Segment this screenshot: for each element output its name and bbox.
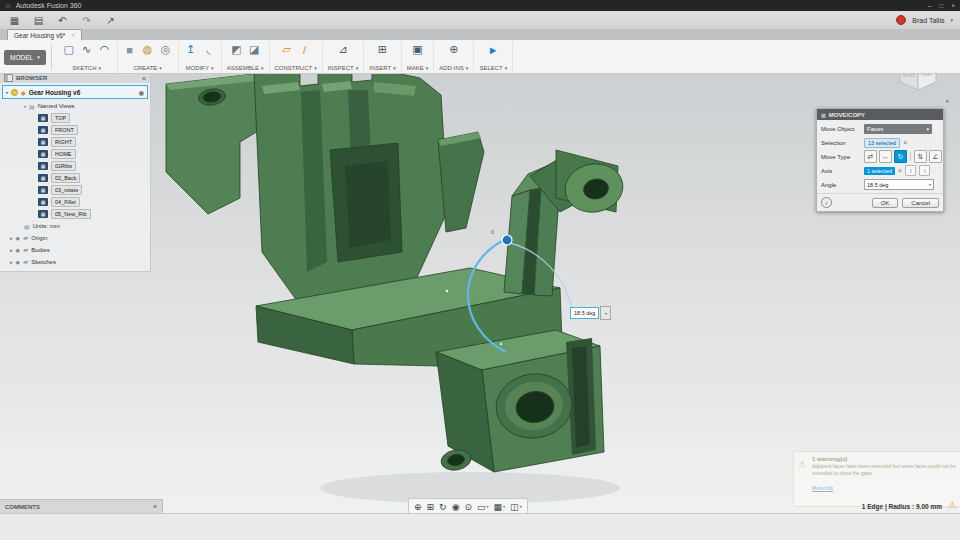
minimize-button[interactable]: –: [928, 2, 932, 9]
named-view-item[interactable]: ▦01Ribs: [0, 160, 150, 172]
save-button[interactable]: ▤: [31, 13, 46, 27]
user-menu-caret-icon[interactable]: ▾: [950, 17, 953, 23]
rotate-button[interactable]: ↻: [894, 150, 907, 163]
coil-button[interactable]: ◎: [159, 43, 173, 57]
select-button[interactable]: ►: [486, 43, 500, 57]
named-view-item[interactable]: ▦FRONT: [0, 124, 150, 136]
toolbar-group-label[interactable]: MODIFY▾: [186, 65, 214, 71]
angle-input[interactable]: 18.5 deg ▾: [864, 179, 934, 190]
grid-settings-button[interactable]: ▦▾: [492, 502, 508, 512]
dialog-title-bar[interactable]: ▦ MOVE/COPY: [817, 109, 943, 120]
box-button[interactable]: ■: [123, 43, 137, 57]
zoom-button[interactable]: ⊙: [463, 502, 475, 512]
insert-button[interactable]: ⊞: [375, 43, 389, 57]
expand-caret-icon[interactable]: ▾: [24, 104, 26, 109]
viewports-button[interactable]: ◫▾: [508, 502, 524, 512]
share-button[interactable]: ↗: [103, 13, 118, 27]
new-component-button[interactable]: ◪: [247, 43, 261, 57]
named-view-item[interactable]: ▦HOME: [0, 148, 150, 160]
toolbar-group-label[interactable]: CREATE▾: [133, 65, 161, 71]
expand-comments-icon[interactable]: «: [153, 503, 157, 510]
spline-button[interactable]: ∿: [80, 43, 94, 57]
named-view-item[interactable]: ▦03_rotate: [0, 184, 150, 196]
redefine-axis-button[interactable]: \: [919, 165, 930, 176]
redo-button[interactable]: ↷: [79, 13, 94, 27]
fit-button[interactable]: ⊕: [412, 502, 424, 512]
browser-root-item[interactable]: ▾ ◆ Gear Housing v6 ◉: [2, 85, 148, 99]
point-to-point-button[interactable]: ⇅: [914, 150, 927, 163]
named-views-item[interactable]: ▾ ▤ Named Views: [0, 100, 150, 112]
translate-button[interactable]: ↔: [879, 150, 892, 163]
close-window-button[interactable]: ×: [951, 2, 955, 9]
look-at-button[interactable]: ◉: [450, 502, 462, 512]
status-warning-icon[interactable]: ⚠: [948, 500, 956, 510]
angle-stepper[interactable]: ▾: [600, 306, 611, 320]
browser-folder-sketches[interactable]: ▸◉▰Sketches: [0, 256, 150, 268]
joint-button[interactable]: ◩: [229, 43, 243, 57]
clear-axis-icon[interactable]: ×: [898, 167, 902, 174]
plane-button[interactable]: ▱: [280, 43, 294, 57]
toolbar-group-label[interactable]: SELECT▾: [479, 65, 507, 71]
comments-panel[interactable]: COMMENTS «: [0, 499, 163, 513]
named-view-item[interactable]: ▦05_New_Rib: [0, 208, 150, 220]
toolbar-group-label[interactable]: INSERT▾: [369, 65, 395, 71]
named-view-item[interactable]: ▦02_Back: [0, 172, 150, 184]
toolbar-group-label[interactable]: ADD-INS▾: [439, 65, 468, 71]
cancel-button[interactable]: Cancel: [902, 198, 939, 208]
job-status-icon[interactable]: [896, 15, 906, 25]
rotate-handle[interactable]: [502, 235, 512, 245]
angle-spinner-icon[interactable]: ▾: [929, 182, 931, 187]
toolbar-group-label[interactable]: CONSTRUCT▾: [275, 65, 317, 71]
units-item[interactable]: ▤ Units: mm: [0, 220, 150, 232]
axis-button[interactable]: /: [298, 43, 312, 57]
free-move-button[interactable]: ⇄: [864, 150, 877, 163]
user-name[interactable]: Brad Tallis: [912, 17, 944, 24]
close-tab-icon[interactable]: ×: [71, 32, 75, 38]
canvas-angle-input[interactable]: 18.5 deg: [570, 307, 599, 319]
browser-folder-origin[interactable]: ▸◉▰Origin: [0, 232, 150, 244]
maximize-button[interactable]: □: [939, 2, 943, 9]
toolbar-group-label[interactable]: ASSEMBLE▾: [227, 65, 264, 71]
sketch-button[interactable]: ▢: [62, 43, 76, 57]
ok-button[interactable]: OK: [872, 198, 899, 208]
press-pull-button[interactable]: ↥: [184, 43, 198, 57]
toolbar-group-label[interactable]: INSPECT▾: [328, 65, 359, 71]
axis-selection-chip[interactable]: 1 selected: [864, 167, 895, 175]
flip-axis-button[interactable]: /: [905, 165, 916, 176]
browser-header[interactable]: BROWSER «: [0, 73, 150, 83]
orbit-button[interactable]: ↻: [437, 502, 449, 512]
info-button[interactable]: i: [821, 197, 832, 208]
measure-button[interactable]: ⊿: [336, 43, 350, 57]
visibility-bulb-icon[interactable]: [11, 89, 18, 96]
clear-selection-icon[interactable]: ×: [903, 139, 907, 146]
warning-more-info-link[interactable]: More Info: [812, 485, 833, 491]
point-to-position-button[interactable]: ∠: [929, 150, 942, 163]
named-view-item[interactable]: ▦RIGHT: [0, 136, 150, 148]
toolbar-group-label[interactable]: SKETCH▾: [72, 65, 101, 71]
viewcube-front-label[interactable]: FRONT: [903, 74, 916, 78]
document-tab[interactable]: Gear Housing v6* ×: [7, 29, 82, 40]
pan-button[interactable]: ⊞: [425, 502, 437, 512]
apps-button[interactable]: ▦: [7, 13, 22, 27]
collapse-browser-icon[interactable]: «: [142, 75, 146, 82]
make-button[interactable]: ▣: [410, 43, 424, 57]
fillet-button[interactable]: ◟: [202, 43, 216, 57]
visibility-eye-icon[interactable]: ◉: [139, 89, 144, 96]
move-object-dropdown[interactable]: Faces ▾: [864, 124, 932, 134]
workspace-switcher[interactable]: MODEL ▾: [4, 50, 46, 65]
viewcube-menu-caret-icon[interactable]: ▾: [946, 98, 949, 104]
app-grid-icon[interactable]: ▦: [5, 2, 11, 9]
gear-housing-model[interactable]: [166, 65, 627, 472]
slot-button[interactable]: ◠: [98, 43, 112, 57]
cylinder-button[interactable]: ◍: [141, 43, 155, 57]
selection-chip[interactable]: 13 selected: [864, 138, 900, 148]
undo-button[interactable]: ↶: [55, 13, 70, 27]
browser-folder-bodies[interactable]: ▸◉▰Bodies: [0, 244, 150, 256]
display-settings-button[interactable]: ▭▾: [475, 502, 491, 512]
expand-caret-icon[interactable]: ▾: [6, 90, 8, 95]
addins-button[interactable]: ⊕: [447, 43, 461, 57]
named-view-item[interactable]: ▦04_Fillet: [0, 196, 150, 208]
named-view-item[interactable]: ▦TOP: [0, 112, 150, 124]
warning-toast[interactable]: ⚠ 1 warning(s) Adjacent faces have been …: [793, 451, 960, 507]
toolbar-group-label[interactable]: MAKE▾: [407, 65, 429, 71]
